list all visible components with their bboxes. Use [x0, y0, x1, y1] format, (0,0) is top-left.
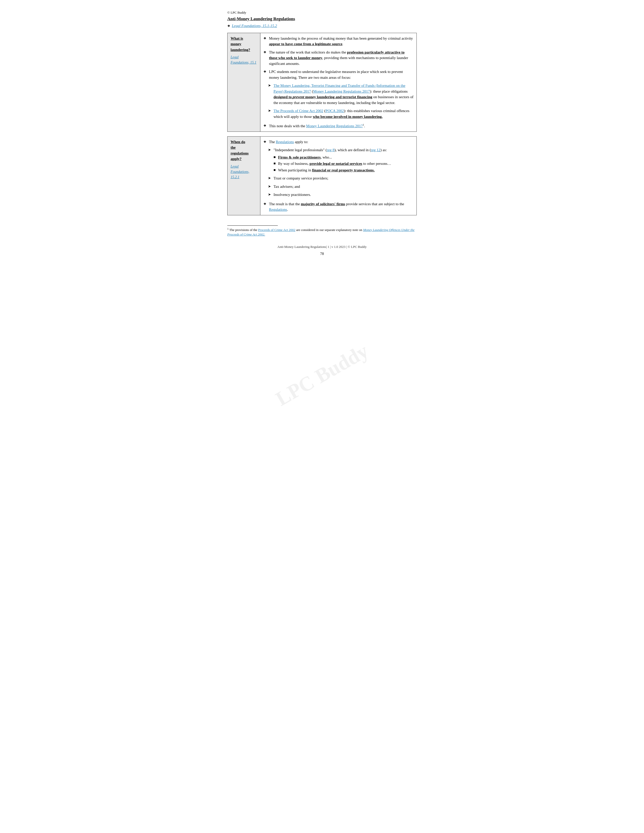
arrow-item-1: ➤ The Money Laundering, Terrorist Financ… — [268, 83, 414, 106]
footer-bar: Anti-Money Laundering Regulations| 1 | v… — [227, 244, 417, 249]
diamond-icon-2: ❖ — [263, 50, 269, 55]
sub-bullet-2-text: By way of business, provide legal or not… — [278, 161, 391, 167]
arrow-item-2: ➤ The Proceeds of Crime Act 2002 (POCA 2… — [268, 108, 414, 119]
reg-diamond-2: ❖ — [263, 201, 269, 206]
page-number: 78 — [227, 251, 417, 257]
sub-bullet-1-text: Firms & sole practitioners, who... — [278, 154, 332, 160]
bold-phrase-2: profession particularly attractive to th… — [269, 50, 404, 60]
when-do-title-4: apply? — [230, 156, 257, 162]
bullet-2-text: The nature of the work that solicitors d… — [269, 50, 414, 67]
diamond-icon-3: ❖ — [263, 69, 269, 74]
reg-arrow-1: ➤ "Independent legal professionals" (reg… — [268, 147, 414, 153]
regulations-link-1[interactable]: Regulations — [276, 140, 294, 144]
reg-bullet-2-text: The result is that the majority of solic… — [269, 201, 414, 212]
sub-bullet-icon-1: ■ — [274, 154, 278, 160]
poca-short-link[interactable]: POCA 2002 — [325, 109, 344, 113]
bullet-4-text: This note deals with the Money Launderin… — [269, 123, 365, 129]
legal-foundations-link-2[interactable]: Legal Foundations, 15.2.1 — [230, 164, 257, 180]
footnote-section: 1 The provisions of the Proceeds of Crim… — [227, 225, 417, 237]
left-cell-2: When do the regulations apply? Legal Fou… — [227, 136, 260, 215]
arrow-icon-1: ➤ — [268, 83, 274, 88]
provide-legal: provide legal or notarial services — [310, 162, 362, 166]
sub-bullet-3-text: When participating in financial or real … — [278, 167, 375, 173]
bullet-3: ❖ LPC students need to understand the le… — [263, 69, 414, 80]
poca-link[interactable]: The Proceeds of Crime Act 2002 — [274, 109, 323, 113]
table-what-is-money-laundering: What is money laundering? Legal Foundati… — [227, 33, 417, 132]
legal-foundations-link-1[interactable]: Legal Foundations, 15.1 — [230, 55, 257, 65]
bullet-2: ❖ The nature of the work that solicitors… — [263, 50, 414, 67]
reg-bullet-1: ❖ The Regulations apply to: — [263, 139, 414, 145]
reg-arrow-icon-3: ➤ — [268, 184, 274, 189]
diamond-icon-4: ❖ — [263, 123, 269, 128]
mlr-short-link[interactable]: Money Laundering Regulations 2017 — [313, 89, 370, 93]
majority-solicitors: majority of solicitors' firms — [301, 202, 345, 206]
arrow-2-text: The Proceeds of Crime Act 2002 (POCA 200… — [274, 108, 414, 119]
regulations-link-2[interactable]: Regulations — [269, 207, 287, 212]
footnote-poca-link[interactable]: Proceeds of Crime Act 2002 — [258, 228, 295, 232]
reg-arrow-2-text: Trust or company service providers; — [274, 175, 328, 181]
footnote-ref-1: 1 — [363, 124, 364, 126]
sub-bullet-icon-2: ■ — [274, 161, 278, 166]
reg-arrow-icon-4: ➤ — [268, 192, 274, 197]
what-is-title-1: What is — [230, 35, 257, 42]
bullet-1-text: Money laundering is the process of makin… — [269, 35, 414, 47]
reg-bullet-1-text: The Regulations apply to: — [269, 139, 308, 145]
right-cell-1: ❖ Money laundering is the process of mak… — [260, 33, 417, 132]
footnote-text: 1 The provisions of the Proceeds of Crim… — [227, 227, 417, 237]
reg-diamond-1: ❖ — [263, 139, 269, 145]
reg-arrow-2: ➤ Trust or company service providers; — [268, 175, 414, 181]
reg-bullet-2: ❖ The result is that the majority of sol… — [263, 201, 414, 212]
reg-arrow-3-text: Tax advisers; and — [274, 184, 300, 190]
main-title: Anti-Money Laundering Regulations — [227, 16, 417, 22]
table-when-do-regulations-apply: When do the regulations apply? Legal Fou… — [227, 136, 417, 215]
reg-arrow-1-text: "Independent legal professionals" (reg 8… — [274, 147, 387, 153]
sub-bullet-1: ■ Firms & sole practitioners, who... — [274, 154, 414, 160]
subtitle-diamond: ❖ — [227, 24, 230, 29]
when-do-title-2: the — [230, 145, 257, 150]
designed-to: designed to prevent money laundering and… — [274, 95, 372, 99]
prevent-italic: prevent — [293, 95, 304, 99]
sub-bullet-2: ■ By way of business, provide legal or n… — [274, 161, 414, 167]
footnote-line — [227, 225, 278, 226]
reg-arrow-icon-2: ➤ — [268, 175, 274, 181]
when-do-title-1: When do — [230, 139, 257, 145]
reg-arrow-3: ➤ Tax advisers; and — [268, 184, 414, 190]
reg-arrow-4: ➤ Insolvency practitioners. — [268, 192, 414, 198]
what-is-title-3: laundering? — [230, 47, 257, 53]
left-cell-1: What is money laundering? Legal Foundati… — [227, 33, 260, 132]
who-become: who become involved in money laundering. — [313, 114, 383, 119]
footer-text: Anti-Money Laundering Regulations| 1 | v… — [277, 245, 367, 249]
footnote-mlo-link[interactable]: Money Laundering Offences Under the Proc… — [227, 228, 414, 236]
arrow-1-text: The Money Laundering, Terrorist Financin… — [274, 83, 414, 106]
reg-arrow-icon-1: ➤ — [268, 147, 274, 153]
sub-bullet-3: ■ When participating in financial or rea… — [274, 167, 414, 173]
reg12-link[interactable]: reg 12 — [371, 148, 380, 152]
diamond-icon-1: ❖ — [263, 36, 269, 41]
bullet-4: ❖ This note deals with the Money Launder… — [263, 123, 414, 129]
subtitle-link[interactable]: Legal Foundations, 15.1-15.2 — [232, 23, 277, 29]
financial-real: financial or real property transactions. — [312, 168, 375, 172]
bold-phrase-1: appear to have come from a legitimate so… — [269, 42, 342, 46]
arrow-icon-2: ➤ — [268, 108, 274, 113]
what-is-title-2: money — [230, 41, 257, 47]
when-do-title-3: regulations — [230, 150, 257, 156]
right-cell-2: ❖ The Regulations apply to: ➤ "Independe… — [260, 136, 417, 215]
sub-bullet-icon-3: ■ — [274, 167, 278, 173]
copyright: © LPC Buddy — [227, 10, 417, 15]
footnote-number: 1 — [227, 227, 229, 230]
reg-arrow-4-text: Insolvency practitioners. — [274, 192, 311, 198]
mlr-2017-link[interactable]: Money Laundering Regulations 2017 — [306, 124, 363, 128]
bullet-1: ❖ Money laundering is the process of mak… — [263, 35, 414, 47]
reg8-link[interactable]: reg 8 — [327, 148, 334, 152]
bullet-3-text: LPC students need to understand the legi… — [269, 69, 414, 80]
firms-sole: Firms & sole practitioners — [278, 155, 321, 159]
